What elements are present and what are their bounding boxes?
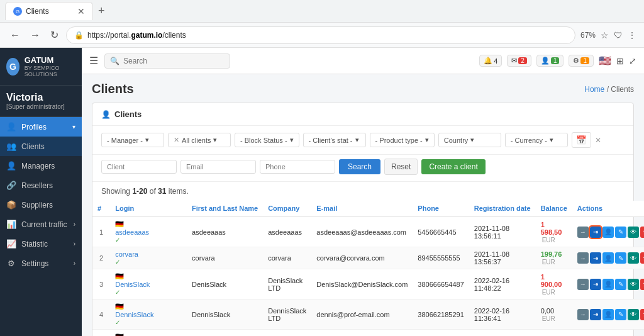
cell-login: 🇩🇪 asdeeaaas ✓ [110,216,187,247]
col-regdate[interactable]: Registration date [469,201,536,216]
sidebar-item-current-traffic[interactable]: 📊 Current traffic › [0,215,82,234]
cell-email: asdeeaaas@asdeeaaas.com [311,216,413,247]
edit-button[interactable]: ✎ [615,252,626,264]
arrow-button[interactable]: → [577,227,589,238]
view-button[interactable]: 👁 [628,227,639,238]
search-button[interactable]: Search [339,159,380,174]
address-bar[interactable]: 🔒 https://portal.gatum.io/clients [66,26,575,44]
tab-close-button[interactable]: ✕ [77,6,85,16]
search-box[interactable]: 🔍 [104,53,230,69]
arrow-button[interactable]: → [577,252,589,264]
col-company[interactable]: Company [263,201,311,216]
extensions-icon[interactable]: ⋮ [628,30,636,40]
cell-login: corvara ✓ [110,247,187,269]
person-button[interactable]: 👤 [602,309,614,320]
login-button[interactable]: ⇥ [590,227,601,238]
col-phone[interactable]: Phone [413,201,469,216]
delete-button[interactable]: 🗑 [640,279,644,290]
view-button[interactable]: 👁 [628,279,639,290]
reload-button[interactable]: ↻ [48,26,61,43]
calendar-button[interactable]: 📅 [572,132,591,148]
cell-num: 5 [92,330,110,337]
arrow-button[interactable]: → [577,279,589,290]
delete-button[interactable]: 🗑 [640,227,644,238]
sidebar-item-label: Clients [21,142,45,151]
sidebar-item-profiles[interactable]: 👤 Profiles ▾ [0,117,82,137]
client-stat-filter[interactable]: - Client's stat - ▾ [303,133,366,147]
login-button[interactable]: ⇥ [590,309,601,320]
language-flag[interactable]: 🇺🇸 [599,55,611,67]
edit-button[interactable]: ✎ [615,279,626,290]
col-login[interactable]: Login [110,201,187,216]
view-button[interactable]: 👁 [628,252,639,264]
login-button[interactable]: ⇥ [590,252,601,264]
notifications-badge[interactable]: 🔔 4 [479,55,502,67]
person-button[interactable]: 👤 [602,252,614,264]
email-input[interactable] [180,160,256,174]
users-icon: 👤 [541,57,550,65]
person-button[interactable]: 👤 [602,279,614,290]
expand-icon[interactable]: ⤢ [629,56,636,66]
sidebar-item-label: Profiles [21,123,47,132]
create-client-button[interactable]: Create a client [421,159,485,174]
client-type-filter[interactable]: ✕ All clients ▾ [168,133,231,147]
login-button[interactable]: ⇥ [590,279,601,290]
cell-balance: 1 598,50 EUR [536,216,572,247]
col-balance[interactable]: Balance [536,201,572,216]
cell-actions: → ⇥ 👤 ✎ 👁 🗑 [572,330,644,337]
col-email[interactable]: E-mail [311,201,413,216]
sidebar-item-resellers[interactable]: 🔗 Resellers [0,176,82,195]
forward-button[interactable]: → [28,27,43,43]
filter-remove-icon[interactable]: ✕ [595,136,601,145]
balance-value: 199,76 [541,250,562,258]
login-link[interactable]: DenisSlack [115,281,182,288]
topbar-icons: 🔔 4 ✉ 2 👤 1 ⚙ 1 🇺🇸 ⊞ ⤢ [479,55,636,67]
currency-filter[interactable]: - Currency - ▾ [505,133,568,147]
reset-button[interactable]: Reset [384,159,418,175]
sidebar-item-settings[interactable]: ⚙ Settings › [0,254,82,273]
cell-balance: 199,76 EUR [536,247,572,269]
logo-text: GATUM BY SEMPICO SOLUTIONS [25,55,75,77]
login-link[interactable]: DennisSlack [115,311,182,318]
sidebar-item-label: Current traffic [21,220,67,229]
sidebar-item-suppliers[interactable]: 📦 Suppliers [0,195,82,215]
client-input[interactable] [101,160,177,174]
delete-button[interactable]: 🗑 [640,252,644,264]
tag-remove-icon[interactable]: ✕ [174,136,179,144]
cell-email: DenisSlack@DenisSlack.com [311,269,413,300]
cell-balance: 0,00 EUR [536,330,572,337]
product-type-filter[interactable]: - Product type - ▾ [370,133,435,147]
active-tab[interactable]: G Clients ✕ [5,2,93,20]
view-button[interactable]: 👁 [628,309,639,320]
cell-actions: → ⇥ 👤 ✎ 👁 🗑 [572,269,644,300]
edit-button[interactable]: ✎ [615,309,626,320]
sidebar-item-clients[interactable]: 👥 Clients [0,137,82,156]
sidebar-item-statistic[interactable]: 📈 Statistic › [0,234,82,254]
sidebar-item-managers[interactable]: 👤 Managers [0,156,82,176]
search-input[interactable] [123,57,211,65]
col-name[interactable]: First and Last Name [187,201,263,216]
phone-input[interactable] [260,160,335,174]
panel-header-icon: 👤 [101,110,111,119]
person-button[interactable]: 👤 [602,227,614,238]
traffic-icon: 📊 [6,220,16,229]
alerts-badge[interactable]: ⚙ 1 [569,55,594,67]
edit-button[interactable]: ✎ [615,227,626,238]
bookmark-icon[interactable]: ☆ [601,30,609,40]
menu-toggle-button[interactable]: ☰ [89,55,98,67]
back-button[interactable]: ← [8,27,23,43]
manager-filter[interactable]: - Manager - ▾ [101,133,164,147]
new-tab-button[interactable]: + [98,4,105,18]
cell-firstname: DenisSlack [187,269,263,300]
breadcrumb-home[interactable]: Home [584,85,604,94]
search-icon: 🔍 [110,57,119,65]
messages-badge[interactable]: ✉ 2 [507,55,531,67]
login-link[interactable]: asdeeaaas [115,228,182,236]
delete-button[interactable]: 🗑 [640,309,644,320]
country-filter[interactable]: Country ▾ [438,133,501,147]
login-link[interactable]: corvara [115,250,182,258]
users-badge[interactable]: 👤 1 [536,55,564,67]
block-status-filter[interactable]: - Block Status - ▾ [235,133,299,147]
grid-view-icon[interactable]: ⊞ [616,56,624,66]
arrow-button[interactable]: → [577,309,589,320]
